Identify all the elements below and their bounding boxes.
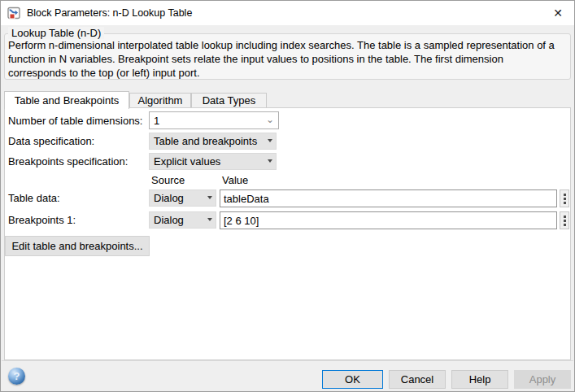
source-column-header: Source [151, 174, 185, 186]
breakpoints-spec-value: Explicit values [154, 155, 220, 168]
description-groupbox: Lookup Table (n-D) Perform n-dimensional… [4, 33, 571, 80]
breakpoints-1-actions-button[interactable] [560, 211, 569, 229]
table-data-source-value: Dialog [154, 192, 184, 204]
dropdown-arrow-icon [268, 159, 272, 163]
table-data-label: Table data: [8, 192, 60, 204]
apply-button: Apply [514, 370, 571, 389]
title-bar: Block Parameters: n-D Lookup Table ✕ [1, 1, 574, 25]
value-column-header: Value [222, 174, 248, 186]
data-spec-dropdown[interactable]: Table and breakpoints [149, 133, 277, 150]
block-parameters-dialog: Block Parameters: n-D Lookup Table ✕ Loo… [0, 0, 575, 392]
breakpoints-1-source-value: Dialog [154, 214, 184, 226]
tab-algorithm[interactable]: Algorithm [129, 93, 191, 108]
groupbox-title: Lookup Table (n-D) [8, 27, 104, 39]
dropdown-arrow-icon [207, 196, 212, 199]
table-data-input[interactable] [220, 189, 557, 207]
breakpoints-spec-label: Breakpoints specification: [8, 155, 128, 168]
chevron-down-icon: ⌄ [266, 114, 274, 125]
edit-table-breakpoints-button[interactable]: Edit table and breakpoints... [5, 236, 150, 256]
ok-button[interactable]: OK [322, 370, 383, 389]
cancel-button[interactable]: Cancel [389, 370, 446, 389]
help-orb-icon[interactable]: ? [8, 368, 25, 385]
breakpoints-1-source-dropdown[interactable]: Dialog [149, 211, 216, 229]
dims-label: Number of table dimensions: [8, 115, 142, 127]
table-data-source-dropdown[interactable]: Dialog [149, 189, 216, 207]
dims-value: 1 [154, 115, 159, 127]
tab-panel: Number of table dimensions: 1 ⌄ Data spe… [4, 107, 571, 360]
dialog-buttons: OK Cancel Help Apply [322, 370, 571, 389]
dropdown-arrow-icon [207, 218, 212, 221]
block-description: Perform n-dimensional interpolated table… [8, 38, 564, 80]
help-button[interactable]: Help [451, 370, 508, 389]
simulink-block-icon [7, 7, 21, 20]
window-title: Block Parameters: n-D Lookup Table [27, 7, 192, 19]
dims-combobox[interactable]: 1 ⌄ [149, 111, 279, 129]
breakpoints-1-label: Breakpoints 1: [8, 214, 76, 226]
dropdown-arrow-icon [268, 139, 272, 142]
close-button[interactable]: ✕ [542, 1, 574, 24]
tab-table-and-breakpoints[interactable]: Table and Breakpoints [4, 91, 129, 109]
footer-bar: ? OK Cancel Help Apply [2, 360, 573, 390]
data-spec-label: Data specification: [8, 135, 94, 147]
breakpoints-spec-dropdown[interactable]: Explicit values [149, 153, 277, 170]
breakpoints-1-input[interactable] [220, 211, 557, 229]
tab-data-types[interactable]: Data Types [191, 93, 267, 108]
data-spec-value: Table and breakpoints [154, 135, 257, 147]
table-data-actions-button[interactable] [560, 189, 569, 207]
